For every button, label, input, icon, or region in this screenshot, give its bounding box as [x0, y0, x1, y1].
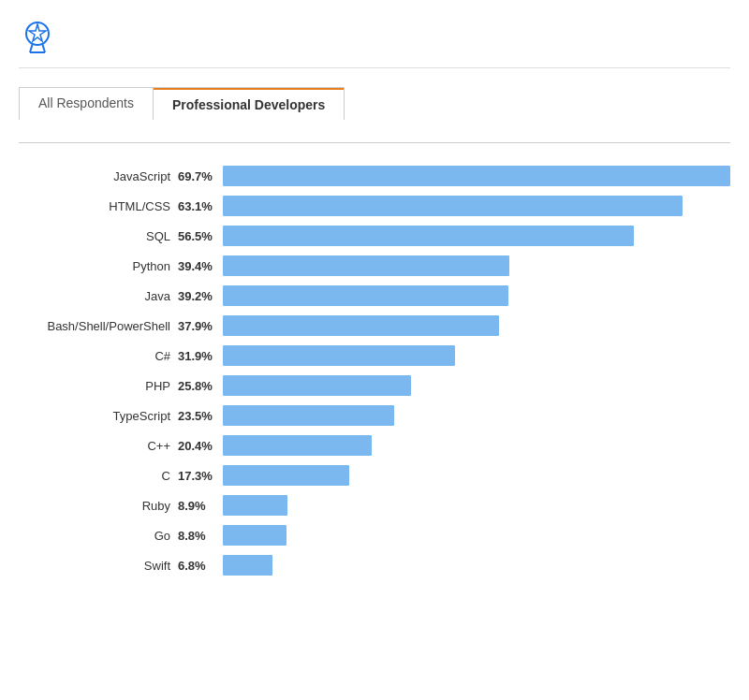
chart-row: Java39.2% — [19, 285, 730, 306]
chart-value: 23.5% — [178, 409, 223, 423]
page-header — [19, 19, 730, 68]
chart-value: 56.5% — [178, 229, 223, 243]
chart-label: C# — [19, 349, 178, 363]
tab-professional-developers[interactable]: Professional Developers — [154, 88, 344, 120]
chart-value: 20.4% — [178, 439, 223, 453]
chart-label: C++ — [19, 439, 178, 453]
chart-value: 8.9% — [178, 499, 223, 513]
tab-all-respondents[interactable]: All Respondents — [20, 88, 154, 120]
tab-group: All Respondents Professional Developers — [19, 87, 345, 120]
chart-value: 8.8% — [178, 529, 223, 543]
chart-value: 69.7% — [178, 169, 223, 183]
chart-row: HTML/CSS63.1% — [19, 196, 730, 216]
chart-label: SQL — [19, 229, 178, 243]
chart-value: 25.8% — [178, 379, 223, 393]
chart-value: 39.2% — [178, 289, 223, 303]
chart-bar — [223, 226, 634, 246]
chart-bar-container — [223, 166, 730, 186]
chart-row: JavaScript69.7% — [19, 166, 730, 186]
chart-label: Ruby — [19, 499, 178, 513]
bar-chart: JavaScript69.7%HTML/CSS63.1%SQL56.5%Pyth… — [19, 166, 730, 576]
chart-label: Swift — [19, 559, 178, 573]
chart-row: TypeScript23.5% — [19, 405, 730, 426]
chart-value: 63.1% — [178, 199, 223, 213]
chart-row: Swift6.8% — [19, 555, 730, 576]
chart-bar — [223, 285, 508, 306]
chart-label: Java — [19, 289, 178, 303]
chart-value: 6.8% — [178, 559, 223, 573]
chart-label: Python — [19, 259, 178, 273]
chart-bar-container — [223, 196, 730, 216]
svg-marker-1 — [29, 24, 46, 41]
chart-bar-container — [223, 375, 730, 396]
chart-value: 17.3% — [178, 469, 223, 483]
chart-value: 31.9% — [178, 349, 223, 363]
chart-bar-container — [223, 465, 730, 486]
chart-bar — [223, 255, 509, 276]
chart-bar-container — [223, 315, 730, 336]
chart-row: SQL56.5% — [19, 226, 730, 246]
chart-row: C17.3% — [19, 465, 730, 486]
chart-row: Ruby8.9% — [19, 495, 730, 516]
chart-bar — [223, 555, 272, 576]
chart-row: C++20.4% — [19, 435, 730, 456]
chart-row: Python39.4% — [19, 255, 730, 276]
chart-bar — [223, 495, 287, 516]
chart-bar-container — [223, 285, 730, 306]
chart-label: Go — [19, 529, 178, 543]
chart-label: Bash/Shell/PowerShell — [19, 319, 178, 333]
chart-value: 37.9% — [178, 319, 223, 333]
chart-bar-container — [223, 405, 730, 426]
chart-bar-container — [223, 525, 730, 546]
chart-bar — [223, 345, 455, 366]
chart-label: HTML/CSS — [19, 199, 178, 213]
chart-bar — [223, 435, 372, 456]
chart-label: TypeScript — [19, 409, 178, 423]
chart-value: 39.4% — [178, 259, 223, 273]
chart-label: JavaScript — [19, 169, 178, 183]
chart-label: PHP — [19, 379, 178, 393]
chart-bar — [223, 315, 499, 336]
chart-label: C — [19, 469, 178, 483]
chart-bar — [223, 375, 411, 396]
chart-row: C#31.9% — [19, 345, 730, 366]
chart-row: Bash/Shell/PowerShell37.9% — [19, 315, 730, 336]
chart-bar — [223, 525, 286, 546]
svg-line-2 — [30, 43, 33, 52]
chart-row: PHP25.8% — [19, 375, 730, 396]
chart-bar-container — [223, 345, 730, 366]
chart-bar-container — [223, 226, 730, 246]
svg-line-3 — [42, 43, 45, 52]
chart-bar-container — [223, 435, 730, 456]
chart-row: Go8.8% — [19, 525, 730, 546]
chart-bar — [223, 405, 394, 426]
chart-bar — [223, 166, 730, 186]
chart-bar-container — [223, 495, 730, 516]
chart-bar-container — [223, 255, 730, 276]
badge-icon — [19, 19, 56, 56]
chart-bar — [223, 465, 349, 486]
tabs-wrapper: All Respondents Professional Developers — [19, 87, 730, 143]
chart-bar — [223, 196, 683, 216]
chart-bar-container — [223, 555, 730, 576]
